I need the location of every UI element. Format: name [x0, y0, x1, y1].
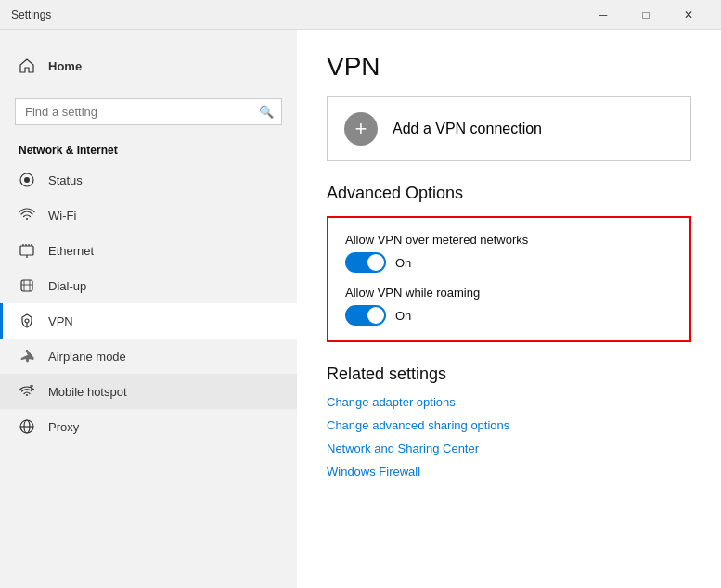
vpn-icon [19, 313, 35, 329]
dialup-icon [19, 277, 35, 294]
hotspot-icon [19, 383, 35, 400]
home-label: Home [48, 59, 82, 73]
app-body: Home 🔍 Network & Internet Status [0, 30, 721, 588]
advanced-options-box: Allow VPN over metered networks On Allow… [327, 216, 691, 342]
proxy-label: Proxy [48, 420, 79, 434]
svg-rect-8 [21, 280, 32, 291]
add-vpn-label: Add a VPN connection [393, 121, 542, 137]
search-box[interactable]: 🔍 [15, 98, 282, 125]
add-vpn-button[interactable]: + Add a VPN connection [327, 96, 691, 161]
svg-rect-2 [20, 246, 33, 255]
vpn-roaming-toggle-group: On [345, 305, 673, 326]
vpn-roaming-label: Allow VPN while roaming [345, 286, 673, 300]
sidebar-item-airplane[interactable]: Airplane mode [0, 339, 297, 374]
sidebar-item-wifi[interactable]: Wi-Fi [0, 198, 297, 233]
ethernet-icon [19, 242, 35, 259]
app-title: Settings [11, 8, 582, 21]
plus-icon: + [344, 112, 378, 146]
change-advanced-sharing-link[interactable]: Change advanced sharing options [327, 418, 691, 432]
wifi-label: Wi-Fi [48, 209, 76, 223]
vpn-roaming-row: Allow VPN while roaming On [345, 286, 673, 326]
vpn-roaming-toggle[interactable] [345, 305, 386, 326]
sidebar-item-vpn[interactable]: VPN [0, 303, 297, 339]
airplane-label: Airplane mode [48, 350, 126, 364]
close-button[interactable]: ✕ [667, 0, 710, 30]
svg-point-12 [25, 319, 29, 323]
svg-point-1 [24, 177, 30, 183]
page-title: VPN [327, 52, 691, 82]
status-label: Status [48, 173, 83, 187]
hotspot-label: Mobile hotspot [48, 385, 127, 399]
network-sharing-center-link[interactable]: Network and Sharing Center [327, 441, 691, 455]
related-settings-title: Related settings [327, 364, 691, 384]
vpn-label: VPN [48, 314, 73, 328]
vpn-roaming-state: On [395, 309, 411, 323]
sidebar: Home 🔍 Network & Internet Status [0, 30, 297, 588]
dialup-label: Dial-up [48, 279, 86, 293]
sidebar-item-status[interactable]: Status [0, 162, 297, 198]
sidebar-item-proxy[interactable]: Proxy [0, 409, 297, 444]
main-content: VPN + Add a VPN connection Advanced Opti… [297, 30, 721, 588]
vpn-metered-toggle-group: On [345, 252, 673, 273]
advanced-options-title: Advanced Options [327, 184, 691, 203]
vpn-metered-label: Allow VPN over metered networks [345, 233, 673, 247]
proxy-icon [19, 418, 35, 435]
sidebar-item-home[interactable]: Home [19, 48, 278, 83]
window-controls: ─ □ ✕ [582, 0, 710, 30]
wifi-icon [19, 207, 35, 224]
sidebar-section-label: Network & Internet [0, 136, 297, 162]
sidebar-item-ethernet[interactable]: Ethernet [0, 233, 297, 268]
windows-firewall-link[interactable]: Windows Firewall [327, 465, 691, 479]
titlebar: Settings ─ □ ✕ [0, 0, 721, 30]
minimize-button[interactable]: ─ [582, 0, 624, 30]
sidebar-item-dialup[interactable]: Dial-up [0, 268, 297, 303]
status-icon [19, 172, 35, 188]
maximize-button[interactable]: □ [624, 0, 667, 30]
airplane-icon [19, 348, 35, 364]
vpn-metered-row: Allow VPN over metered networks On [345, 233, 673, 273]
sidebar-item-hotspot[interactable]: Mobile hotspot [0, 374, 297, 409]
vpn-metered-toggle[interactable] [345, 252, 386, 273]
change-adapter-options-link[interactable]: Change adapter options [327, 395, 691, 409]
ethernet-label: Ethernet [48, 244, 94, 258]
home-icon [19, 58, 35, 74]
sidebar-header: Home [0, 30, 297, 91]
search-input[interactable] [16, 99, 251, 124]
search-icon[interactable]: 🔍 [251, 100, 281, 123]
vpn-metered-state: On [395, 256, 411, 270]
